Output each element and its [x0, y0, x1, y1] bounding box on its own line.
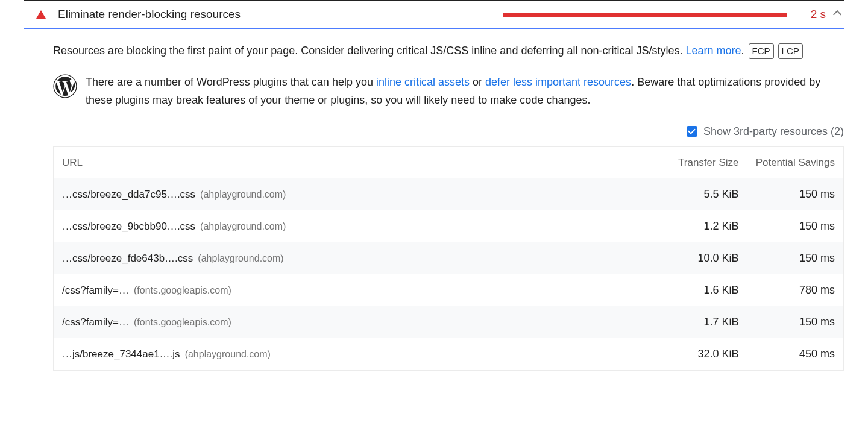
- url-path[interactable]: /css?family=…: [62, 284, 129, 296]
- cell-size: 1.2 KiB: [639, 210, 747, 242]
- audit-description: Resources are blocking the first paint o…: [53, 42, 844, 60]
- resources-table: URL Transfer Size Potential Savings …css…: [53, 146, 844, 371]
- third-party-label[interactable]: Show 3rd-party resources (2): [703, 125, 844, 138]
- cell-size: 10.0 KiB: [639, 242, 747, 274]
- audit-body: Resources are blocking the first paint o…: [24, 29, 844, 371]
- url-path[interactable]: /css?family=…: [62, 316, 129, 328]
- table-row: /css?family=…(fonts.googleapis.com)1.6 K…: [54, 274, 844, 306]
- cell-url: /css?family=…(fonts.googleapis.com): [54, 306, 639, 338]
- col-savings: Potential Savings: [747, 146, 844, 178]
- table-row: /css?family=…(fonts.googleapis.com)1.7 K…: [54, 306, 844, 338]
- url-host: (fonts.googleapis.com): [134, 317, 231, 327]
- wordpress-text: There are a number of WordPress plugins …: [86, 73, 844, 110]
- url-host: (ahplayground.com): [185, 349, 271, 359]
- period: .: [741, 45, 747, 57]
- col-size: Transfer Size: [639, 146, 747, 178]
- cell-savings: 150 ms: [747, 306, 844, 338]
- third-party-checkbox[interactable]: [687, 126, 697, 137]
- wp-link-inline[interactable]: inline critical assets: [376, 76, 470, 88]
- url-path[interactable]: …css/breeze_fde643b….css: [62, 253, 193, 264]
- cell-url: …css/breeze_9bcbb90….css(ahplayground.co…: [54, 210, 639, 242]
- savings-bar: [503, 13, 787, 17]
- url-host: (ahplayground.com): [198, 253, 283, 263]
- chevron-up-icon[interactable]: [833, 10, 841, 19]
- learn-more-link[interactable]: Learn more: [686, 45, 741, 57]
- wp-or: or: [470, 76, 485, 88]
- wordpress-advice: There are a number of WordPress plugins …: [53, 73, 844, 110]
- cell-size: 1.6 KiB: [639, 274, 747, 306]
- cell-url: …css/breeze_dda7c95….css(ahplayground.co…: [54, 178, 639, 210]
- url-host: (ahplayground.com): [200, 189, 286, 200]
- fail-triangle-icon: [36, 10, 46, 19]
- table-row: …css/breeze_dda7c95….css(ahplayground.co…: [54, 178, 844, 210]
- url-path[interactable]: …js/breeze_7344ae1….js: [62, 348, 180, 360]
- table-row: …css/breeze_fde643b….css(ahplayground.co…: [54, 242, 844, 274]
- wordpress-icon: [53, 74, 77, 98]
- wp-link-defer[interactable]: defer less important resources: [485, 76, 631, 88]
- cell-url: …css/breeze_fde643b….css(ahplayground.co…: [54, 242, 639, 274]
- table-row: …js/breeze_7344ae1….js(ahplayground.com)…: [54, 338, 844, 371]
- cell-savings: 150 ms: [747, 178, 844, 210]
- wp-pre: There are a number of WordPress plugins …: [86, 76, 376, 88]
- cell-savings: 150 ms: [747, 210, 844, 242]
- url-host: (fonts.googleapis.com): [134, 285, 231, 295]
- third-party-toggle-row: Show 3rd-party resources (2): [53, 125, 844, 138]
- cell-size: 5.5 KiB: [639, 178, 747, 210]
- url-path[interactable]: …css/breeze_9bcbb90….css: [62, 221, 195, 232]
- cell-url: /css?family=…(fonts.googleapis.com): [54, 274, 639, 306]
- url-host: (ahplayground.com): [200, 221, 286, 231]
- badge-fcp: FCP: [749, 43, 774, 59]
- badge-lcp: LCP: [778, 43, 803, 59]
- col-url: URL: [54, 146, 639, 178]
- cell-savings: 150 ms: [747, 242, 844, 274]
- audit-title: Eliminate render-blocking resources: [58, 8, 241, 21]
- table-header-row: URL Transfer Size Potential Savings: [54, 146, 844, 178]
- cell-url: …js/breeze_7344ae1….js(ahplayground.com): [54, 338, 639, 371]
- savings-value: 2 s: [811, 8, 826, 21]
- cell-size: 32.0 KiB: [639, 338, 747, 371]
- audit-item: Eliminate render-blocking resources 2 s …: [24, 0, 844, 371]
- table-row: …css/breeze_9bcbb90….css(ahplayground.co…: [54, 210, 844, 242]
- description-text: Resources are blocking the first paint o…: [53, 45, 686, 57]
- cell-size: 1.7 KiB: [639, 306, 747, 338]
- cell-savings: 450 ms: [747, 338, 844, 371]
- url-path[interactable]: …css/breeze_dda7c95….css: [62, 189, 195, 200]
- audit-header[interactable]: Eliminate render-blocking resources 2 s: [24, 1, 844, 29]
- cell-savings: 780 ms: [747, 274, 844, 306]
